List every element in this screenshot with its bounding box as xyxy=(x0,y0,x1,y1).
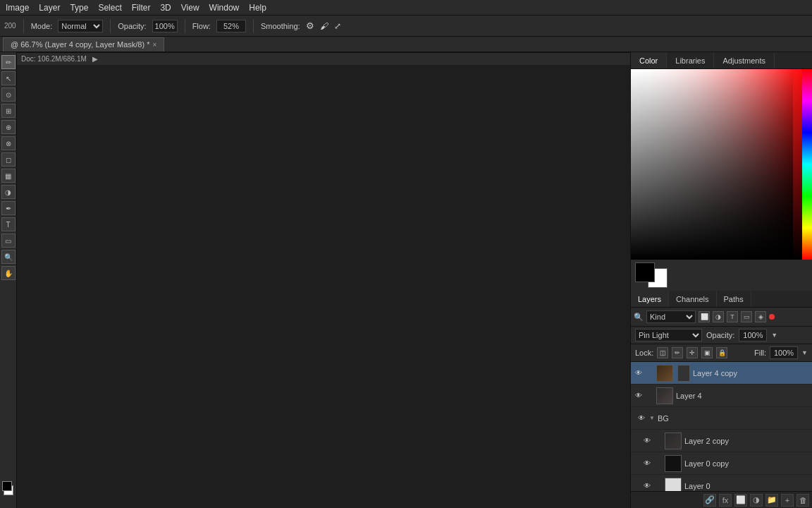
layer-thumbnail xyxy=(665,455,682,472)
menu-item-filter[interactable]: Filter xyxy=(132,3,151,13)
canvas-wrapper: Doc: 106.2M/686.1M ▶ xyxy=(17,52,630,508)
link-layers-btn[interactable]: 🔗 xyxy=(703,494,716,507)
visibility-toggle[interactable]: 👁 xyxy=(636,413,646,423)
settings-icon[interactable]: ⚙ xyxy=(306,20,314,31)
filter-adjustment-btn[interactable]: ◑ xyxy=(713,311,724,322)
menu-item-3d[interactable]: 3D xyxy=(160,3,171,13)
color-swatches-area xyxy=(1,483,16,505)
blend-mode-row: Pin Light Normal Dissolve Multiply Scree… xyxy=(631,327,812,344)
delete-layer-btn[interactable]: 🗑 xyxy=(796,494,809,507)
tab-close-button[interactable]: × xyxy=(152,41,156,49)
hue-slider[interactable] xyxy=(802,69,812,260)
opacity-label: Opacity: xyxy=(706,331,734,339)
flow-input[interactable] xyxy=(216,20,246,32)
group-name: BG xyxy=(658,414,809,423)
filter-active-indicator xyxy=(769,314,775,320)
menu-item-image[interactable]: Image xyxy=(6,3,29,13)
dodge-tool[interactable]: ◑ xyxy=(1,185,16,199)
visibility-toggle[interactable]: 👁 xyxy=(642,436,652,446)
brush-size-label: 200 xyxy=(4,22,16,30)
symmetry-icon[interactable]: ⤢ xyxy=(334,21,341,31)
filter-smartobject-btn[interactable]: ◈ xyxy=(755,311,766,322)
lock-all-btn[interactable]: 🔒 xyxy=(716,347,727,358)
lock-row: Lock: ◫ ✏ ✛ ▣ 🔒 Fill: ▼ xyxy=(631,344,812,362)
layer-item[interactable]: 👁 Layer 0 xyxy=(631,475,812,491)
menu-item-help[interactable]: Help xyxy=(249,3,266,13)
toolbar-sep-2 xyxy=(110,19,111,33)
foreground-color-box[interactable] xyxy=(635,262,655,282)
layer-item[interactable]: 👁 Layer 2 copy xyxy=(631,430,812,452)
color-picker-gradient[interactable] xyxy=(631,69,812,260)
search-icon: 🔍 xyxy=(634,313,644,322)
visibility-toggle[interactable]: 👁 xyxy=(642,481,652,491)
clone-tool[interactable]: ⊗ xyxy=(1,136,16,150)
lock-position-btn[interactable]: ✛ xyxy=(687,347,698,358)
status-arrow[interactable]: ▶ xyxy=(92,55,98,63)
add-mask-btn[interactable]: ⬜ xyxy=(734,494,747,507)
tab-channels[interactable]: Channels xyxy=(669,291,716,307)
move-tool[interactable]: ↖ xyxy=(1,71,16,85)
hand-tool[interactable]: ✋ xyxy=(1,266,16,280)
filter-kind-dropdown[interactable]: Kind Name Effect Mode Attribute Color xyxy=(646,310,696,323)
group-expand-arrow[interactable]: ▼ xyxy=(649,415,655,421)
lock-pixels-btn[interactable]: ✏ xyxy=(672,347,683,358)
color-section: Color Libraries Adjustments xyxy=(631,52,812,291)
blend-mode-dropdown[interactable]: Pin Light Normal Dissolve Multiply Scree… xyxy=(635,329,702,341)
crop-tool[interactable]: ⊞ xyxy=(1,104,16,118)
pen-tool[interactable]: ✒ xyxy=(1,201,16,215)
lock-artboard-btn[interactable]: ▣ xyxy=(701,347,713,358)
tab-color[interactable]: Color xyxy=(631,52,667,68)
visibility-toggle[interactable]: 👁 xyxy=(634,368,644,378)
tab-libraries[interactable]: Libraries xyxy=(667,52,714,68)
layer-name: Layer 0 copy xyxy=(684,459,809,468)
layer-item[interactable]: 👁 Layer 4 copy xyxy=(631,362,812,385)
layer-item[interactable]: 👁 Layer 0 copy xyxy=(631,452,812,475)
heal-tool[interactable]: ⊕ xyxy=(1,120,16,134)
menu-item-type[interactable]: Type xyxy=(70,3,88,13)
gradient-tool[interactable]: ▦ xyxy=(1,169,16,183)
visibility-toggle[interactable]: 👁 xyxy=(642,459,652,468)
tab-title: @ 66.7% (Layer 4 copy, Layer Mask/8) * xyxy=(11,40,149,49)
menu-item-layer[interactable]: Layer xyxy=(39,3,60,13)
foreground-color-swatch[interactable] xyxy=(2,481,12,491)
lock-transparent-btn[interactable]: ◫ xyxy=(657,347,668,358)
eraser-tool[interactable]: ◻ xyxy=(1,152,16,167)
filter-type-btn[interactable]: T xyxy=(727,311,738,322)
fill-input[interactable] xyxy=(770,346,798,359)
layer-name: Layer 4 xyxy=(676,392,809,400)
add-layer-btn[interactable]: + xyxy=(781,494,794,507)
opacity-arrow[interactable]: ▼ xyxy=(771,332,777,339)
left-toolpanel: ✏ ↖ ⊙ ⊞ ⊕ ⊗ ◻ ▦ ◑ ✒ T ▭ 🔍 ✋ xyxy=(0,52,17,508)
tab-adjustments[interactable]: Adjustments xyxy=(714,52,775,68)
lasso-tool[interactable]: ⊙ xyxy=(1,87,16,102)
add-adjustment-btn[interactable]: ◑ xyxy=(750,494,763,507)
status-bar: Doc: 106.2M/686.1M ▶ xyxy=(17,52,630,65)
tab-bar: @ 66.7% (Layer 4 copy, Layer Mask/8) * × xyxy=(0,37,812,52)
layer-opacity-input[interactable] xyxy=(739,329,767,341)
filter-pixel-btn[interactable]: ⬜ xyxy=(699,311,710,322)
tab-paths[interactable]: Paths xyxy=(717,291,751,307)
shape-tool[interactable]: ▭ xyxy=(1,234,16,248)
fill-arrow[interactable]: ▼ xyxy=(801,349,808,356)
layer-thumbnail xyxy=(665,433,682,449)
document-tab[interactable]: @ 66.7% (Layer 4 copy, Layer Mask/8) * × xyxy=(3,37,164,52)
doc-info: Doc: 106.2M/686.1M xyxy=(21,55,87,63)
menu-item-view[interactable]: View xyxy=(181,3,199,13)
add-group-btn[interactable]: 📁 xyxy=(765,494,778,507)
visibility-toggle[interactable]: 👁 xyxy=(634,391,644,401)
layer-item[interactable]: 👁 Layer 4 xyxy=(631,385,812,407)
menu-item-window[interactable]: Window xyxy=(209,3,240,13)
fill-label: Fill: xyxy=(754,349,766,357)
filter-shape-btn[interactable]: ▭ xyxy=(741,311,752,322)
brush-settings-icon[interactable]: 🖌 xyxy=(320,21,328,31)
opacity-input[interactable] xyxy=(152,20,178,32)
layer-group-item[interactable]: 👁 ▼ BG xyxy=(631,407,812,430)
menu-item-select[interactable]: Select xyxy=(98,3,121,13)
brush-tool[interactable]: ✏ xyxy=(1,55,16,69)
tab-layers[interactable]: Layers xyxy=(631,291,669,307)
add-style-btn[interactable]: fx xyxy=(719,494,732,507)
layer-thumbnail xyxy=(665,478,682,492)
mode-dropdown[interactable]: Normal Dissolve Multiply Screen Overlay xyxy=(58,20,103,32)
zoom-tool[interactable]: 🔍 xyxy=(1,250,16,264)
text-tool[interactable]: T xyxy=(1,217,16,231)
